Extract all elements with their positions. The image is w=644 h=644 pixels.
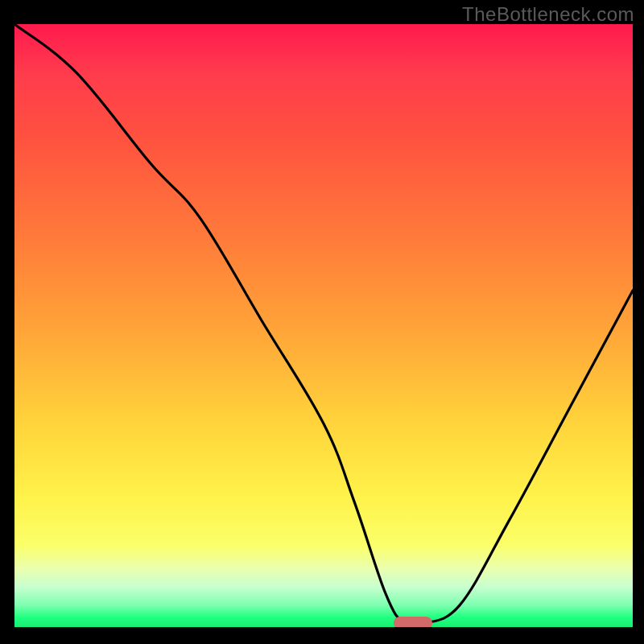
baseline [14,627,633,630]
plot-area [14,24,633,630]
bottleneck-curve [14,24,633,627]
chart-frame: TheBottleneck.com [0,0,644,644]
curve-svg [14,24,633,630]
watermark-text: TheBottleneck.com [462,3,634,26]
